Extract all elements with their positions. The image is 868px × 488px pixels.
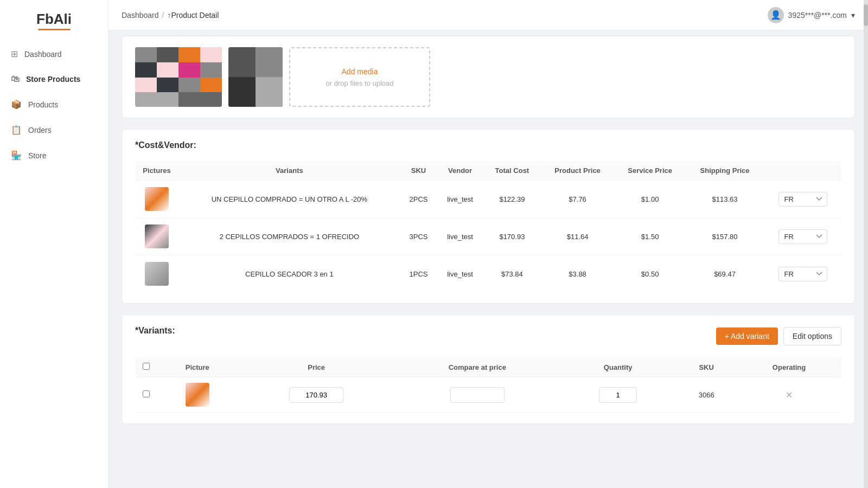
sidebar-item-store[interactable]: 🏪 Store: [0, 143, 108, 168]
svg-rect-7: [200, 62, 222, 78]
row-service-price-cell: $0.50: [614, 255, 686, 293]
orders-icon: 📋: [11, 125, 22, 135]
table-row: 2 CEPILLOS COMPRADOS = 1 OFRECIDO 3PCS l…: [135, 218, 841, 255]
row-shipping-price-cell: $69.47: [686, 255, 764, 293]
avatar: 👤: [768, 7, 784, 23]
row-product-price-cell: $11.64: [541, 218, 614, 255]
table-row: UN CEPILLO COMPRADO = UN OTRO A L -20% 2…: [135, 181, 841, 218]
edit-options-button[interactable]: Edit options: [783, 327, 841, 345]
variants-header: *Variants: + Add variant Edit options: [135, 326, 841, 346]
col-picture: Picture: [157, 357, 238, 377]
row-vendor-cell: live_test: [437, 181, 483, 218]
row-checkbox-cell: [135, 377, 157, 413]
sidebar-item-dashboard[interactable]: ⊞ Dashboard: [0, 41, 108, 67]
breadcrumb: Dashboard / ↑Product Detail: [122, 11, 219, 20]
row-service-price-cell: $1.00: [614, 181, 686, 218]
row-region-cell: FR US DE UK: [764, 255, 841, 293]
col-price: Price: [238, 357, 395, 377]
row-service-price-cell: $1.50: [614, 218, 686, 255]
action-icon[interactable]: ✕: [786, 390, 793, 400]
table-row: CEPILLO SECADOR 3 en 1 1PCS live_test $7…: [135, 255, 841, 293]
variant-thumb: [145, 224, 169, 248]
col-total-cost: Total Cost: [483, 161, 541, 181]
sidebar: FbAli ⊞ Dashboard 🛍 Store Products 📦 Pro…: [0, 0, 108, 488]
svg-rect-8: [135, 78, 157, 92]
region-select[interactable]: FR US DE UK: [778, 267, 827, 281]
svg-rect-1: [157, 47, 178, 62]
store-products-icon: 🛍: [11, 74, 20, 84]
compare-price-input[interactable]: [450, 387, 505, 403]
row-variant-cell: UN CEPILLO COMPRADO = UN OTRO A L -20%: [178, 181, 400, 218]
quantity-input[interactable]: [599, 387, 637, 403]
col-operating: Operating: [737, 357, 841, 377]
select-all-checkbox[interactable]: [143, 363, 150, 370]
row-sku-cell: 2PCS: [400, 181, 437, 218]
topbar-right: 👤 3925***@***.com ▾: [768, 7, 855, 23]
cost-vendor-table: Pictures Variants SKU Vendor Total Cost …: [135, 161, 841, 292]
media-thumb-1: [135, 47, 222, 107]
drop-label: or drop files to upload: [326, 79, 393, 87]
col-compare-price: Compare at price: [395, 357, 560, 377]
row-shipping-price-cell: $113.63: [686, 181, 764, 218]
scrollbar-thumb: [864, 4, 868, 26]
add-media-link[interactable]: Add media: [342, 67, 378, 76]
variant-thumb: [145, 187, 169, 211]
region-select[interactable]: FR US DE UK: [778, 192, 827, 207]
sidebar-nav: ⊞ Dashboard 🛍 Store Products 📦 Products …: [0, 41, 108, 168]
sidebar-item-label: Orders: [28, 126, 52, 134]
row-checkbox[interactable]: [143, 390, 150, 397]
right-scrollbar[interactable]: [864, 0, 868, 488]
price-input[interactable]: [289, 387, 343, 403]
col-service-price: Service Price: [614, 161, 686, 181]
col-variants: Variants: [178, 161, 400, 181]
row-total-cost-cell: $73.84: [483, 255, 541, 293]
row-vendor-cell: live_test: [437, 218, 483, 255]
sidebar-item-label: Store Products: [26, 75, 80, 84]
sidebar-item-orders[interactable]: 📋 Orders: [0, 117, 108, 143]
row-total-cost-cell: $122.39: [483, 181, 541, 218]
sidebar-item-products[interactable]: 📦 Products: [0, 92, 108, 117]
row-operating-cell: ✕: [737, 377, 841, 413]
row-thumb-cell: [135, 218, 178, 255]
media-upload-box[interactable]: Add media or drop files to upload: [289, 47, 430, 107]
row-shipping-price-cell: $157.80: [686, 218, 764, 255]
media-section-card: Add media or drop files to upload: [122, 36, 855, 118]
variants-table: Picture Price Compare at price Quantity …: [135, 357, 841, 413]
row-region-cell: FR US DE UK: [764, 218, 841, 255]
variants-card: *Variants: + Add variant Edit options Pi…: [122, 314, 855, 424]
row-variant-cell: 2 CEPILLOS COMPRADOS = 1 OFRECIDO: [178, 218, 400, 255]
add-variant-button[interactable]: + Add variant: [716, 328, 778, 345]
svg-rect-0: [135, 47, 157, 62]
breadcrumb-separator: /: [162, 11, 164, 20]
svg-rect-6: [178, 62, 200, 78]
breadcrumb-dashboard[interactable]: Dashboard: [122, 11, 159, 20]
col-sku: SKU: [400, 161, 437, 181]
row-region-cell: FR US DE UK: [764, 181, 841, 218]
variants-actions: + Add variant Edit options: [716, 327, 841, 345]
variant-thumb: [145, 262, 169, 286]
svg-rect-12: [135, 92, 178, 107]
col-checkbox: [135, 357, 157, 377]
row-sku-cell: 1PCS: [400, 255, 437, 293]
col-product-price: Product Price: [541, 161, 614, 181]
user-email: 3925***@***.com: [788, 11, 847, 20]
chevron-down-icon: ▾: [851, 11, 855, 20]
sidebar-item-store-products[interactable]: 🛍 Store Products: [0, 67, 108, 92]
row-sku-cell: 3066: [676, 377, 737, 413]
sidebar-item-label: Products: [28, 100, 58, 109]
row-total-cost-cell: $170.93: [483, 218, 541, 255]
logo-text: FbAli: [36, 11, 72, 28]
row-product-price-cell: $7.76: [541, 181, 614, 218]
row-quantity-cell: [560, 377, 676, 413]
region-select[interactable]: FR US DE UK: [778, 229, 827, 244]
logo-underline: [38, 29, 71, 30]
breadcrumb-current: ↑Product Detail: [167, 11, 219, 20]
variant-thumb: [186, 383, 209, 407]
svg-rect-14: [228, 47, 256, 77]
col-sku-v: SKU: [676, 357, 737, 377]
media-section: Add media or drop files to upload: [135, 47, 841, 107]
variants-table-header-row: Picture Price Compare at price Quantity …: [135, 357, 841, 377]
svg-rect-3: [200, 47, 222, 62]
row-variant-cell: CEPILLO SECADOR 3 en 1: [178, 255, 400, 293]
dashboard-icon: ⊞: [11, 49, 18, 59]
